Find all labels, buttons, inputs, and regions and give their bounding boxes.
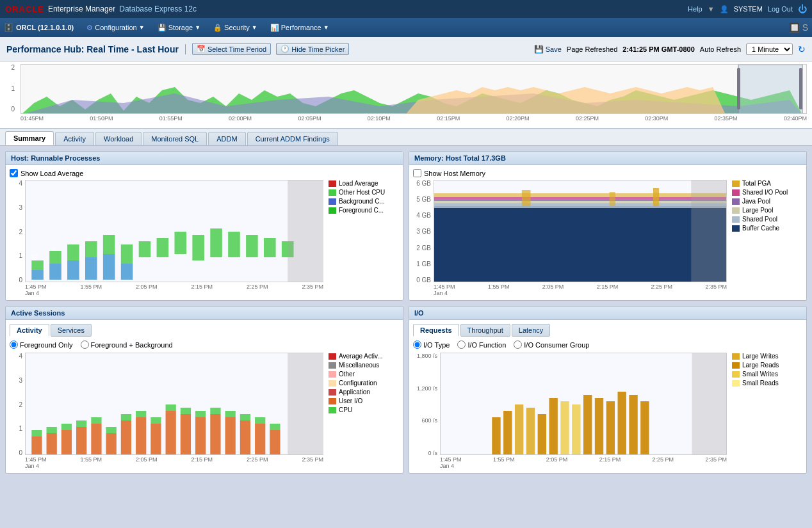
user-icon: 👤 — [720, 5, 729, 13]
legend-large-reads: Large Reads — [732, 362, 802, 369]
tab-current-addm[interactable]: Current ADDM Findings — [247, 132, 338, 145]
inner-tab-services[interactable]: Services — [51, 324, 92, 337]
svg-rect-84 — [538, 414, 546, 455]
svg-rect-68 — [166, 404, 176, 411]
db-express-label: Database Express 12c — [119, 4, 197, 13]
svg-rect-49 — [136, 417, 146, 455]
legend-buffer-cache: Buffer Cache — [732, 225, 802, 232]
io-tab-requests[interactable]: Requests — [413, 324, 459, 337]
svg-rect-5 — [799, 68, 802, 109]
svg-rect-38 — [522, 190, 531, 206]
sessions-chart-area: 4 3 2 1 0 — [10, 353, 323, 469]
legend-large-writes: Large Writes — [732, 353, 802, 360]
svg-rect-12 — [31, 260, 44, 270]
svg-rect-6 — [31, 270, 44, 280]
tab-activity[interactable]: Activity — [55, 132, 94, 145]
svg-rect-7 — [49, 264, 61, 280]
svg-rect-77 — [121, 413, 124, 414]
memory-y-axis: 6 GB 5 GB 4 GB 3 GB 2 GB 1 GB 0 GB — [413, 180, 431, 284]
oracle-logo: ORACLE — [5, 4, 44, 14]
show-load-average-row: Show Load Average — [10, 169, 399, 177]
svg-rect-75 — [270, 424, 280, 430]
io-radio-group: I/O Type I/O Function I/O Consumer Group — [413, 340, 802, 349]
svg-rect-14 — [67, 244, 79, 260]
svg-rect-45 — [76, 427, 86, 455]
tab-workload[interactable]: Workload — [95, 132, 142, 145]
legend-large-pool: Large Pool — [732, 207, 802, 214]
save-icon: 💾 — [534, 45, 544, 54]
storage-arrow: ▼ — [195, 24, 200, 31]
svg-rect-76 — [31, 429, 35, 430]
nav-storage[interactable]: 💾 Storage ▼ — [152, 22, 206, 34]
svg-rect-86 — [560, 401, 569, 455]
svg-rect-60 — [47, 427, 57, 433]
host-panel-body: Show Load Average 4 3 2 1 0 — [6, 165, 403, 300]
system-user: SYSTEM — [734, 5, 763, 13]
show-host-memory-checkbox[interactable] — [413, 169, 421, 177]
host-chart-legend: Load Average Other Host CPU Background C… — [329, 180, 399, 296]
sessions-y-axis: 4 3 2 1 0 — [10, 353, 22, 456]
svg-rect-28 — [49, 248, 55, 251]
nav-performance[interactable]: 📊 Performance ▼ — [265, 22, 334, 34]
svg-rect-3 — [738, 65, 802, 114]
nav-icon-1[interactable]: 🔲 — [789, 22, 800, 33]
svg-rect-36 — [434, 197, 726, 199]
svg-rect-40 — [653, 188, 659, 206]
legend-user-io: User I/O — [329, 397, 399, 404]
hide-time-picker-btn[interactable]: 🕐 Hide Time Picker — [276, 43, 349, 55]
io-y-axis: 1,800 /s 1,200 /s 600 /s 0 /s — [413, 353, 437, 456]
svg-rect-10 — [103, 254, 115, 280]
radio-io-type[interactable]: I/O Type — [413, 340, 450, 349]
svg-rect-53 — [195, 417, 206, 455]
io-tab-latency[interactable]: Latency — [512, 324, 551, 337]
timeline-chart[interactable] — [20, 64, 807, 114]
radio-io-function[interactable]: I/O Function — [457, 340, 506, 349]
svg-rect-93 — [640, 401, 649, 455]
radio-io-consumer[interactable]: I/O Consumer Group — [514, 340, 589, 349]
sessions-x-labels: 1:45 PM 1:55 PM 2:05 PM 2:15 PM 2:25 PM … — [25, 455, 323, 463]
svg-rect-61 — [61, 424, 72, 430]
svg-rect-85 — [549, 398, 557, 455]
db-instance[interactable]: ORCL (12.1.0.1.0) — [16, 24, 74, 31]
legend-shared-io: Shared I/O Pool — [732, 189, 802, 196]
io-tab-throughput[interactable]: Throughput — [460, 324, 510, 337]
svg-rect-34 — [434, 201, 726, 204]
legend-other: Other — [329, 371, 399, 378]
legend-background-c: Background C... — [329, 198, 399, 205]
header-left: ORACLE Enterprise Manager Database Expre… — [5, 4, 197, 14]
save-btn[interactable]: 💾 Save — [534, 45, 562, 54]
auto-refresh-select[interactable]: 1 Minute — [746, 44, 793, 55]
memory-panel-header: Memory: Host Total 17.3GB — [409, 152, 806, 165]
svg-rect-31 — [288, 180, 323, 282]
help-arrow: ▼ — [708, 5, 715, 13]
nav-security[interactable]: 🔒 Security ▼ — [208, 22, 263, 34]
tab-monitored-sql[interactable]: Monitored SQL — [143, 132, 207, 145]
main-content: Host: Runnable Processes Show Load Avera… — [0, 146, 812, 479]
svg-rect-72 — [225, 411, 236, 417]
header-right: Help ▼ 👤 SYSTEM Log Out ⏻ — [688, 4, 807, 14]
timeline-x-labels: 01:45PM 01:50PM 01:55PM 02:00PM 02:05PM … — [20, 114, 807, 122]
tab-addm[interactable]: ADDM — [208, 132, 245, 145]
io-panel: I/O Requests Throughput Latency I/O Type… — [409, 306, 807, 474]
svg-rect-30 — [85, 238, 91, 241]
active-sessions-panel: Active Sessions Activity Services Foregr… — [5, 306, 403, 474]
logout-link[interactable]: Log Out — [768, 5, 793, 13]
host-y-axis: 4 3 2 1 0 — [10, 180, 22, 284]
nav-icon-2[interactable]: S — [802, 22, 808, 33]
svg-rect-74 — [255, 417, 265, 424]
radio-foreground-only[interactable]: Foreground Only — [10, 340, 73, 349]
refresh-icon[interactable]: ↻ — [798, 44, 806, 54]
memory-chart-container: 6 GB 5 GB 4 GB 3 GB 2 GB 1 GB 0 GB — [413, 180, 802, 296]
legend-application: Application — [329, 388, 399, 396]
tab-summary[interactable]: Summary — [5, 131, 54, 145]
svg-rect-55 — [225, 417, 236, 455]
calendar-icon: 📅 — [197, 45, 206, 53]
radio-foreground-background[interactable]: Foreground + Background — [81, 340, 173, 349]
nav-configuration[interactable]: ⚙ Configuration ▼ — [81, 22, 149, 34]
inner-tab-activity[interactable]: Activity — [10, 324, 49, 337]
help-link[interactable]: Help — [688, 5, 702, 13]
show-load-average-checkbox[interactable] — [10, 169, 18, 177]
select-time-period-btn[interactable]: 📅 Select Time Period — [192, 43, 271, 55]
svg-rect-50 — [150, 424, 161, 455]
svg-rect-66 — [136, 411, 146, 417]
